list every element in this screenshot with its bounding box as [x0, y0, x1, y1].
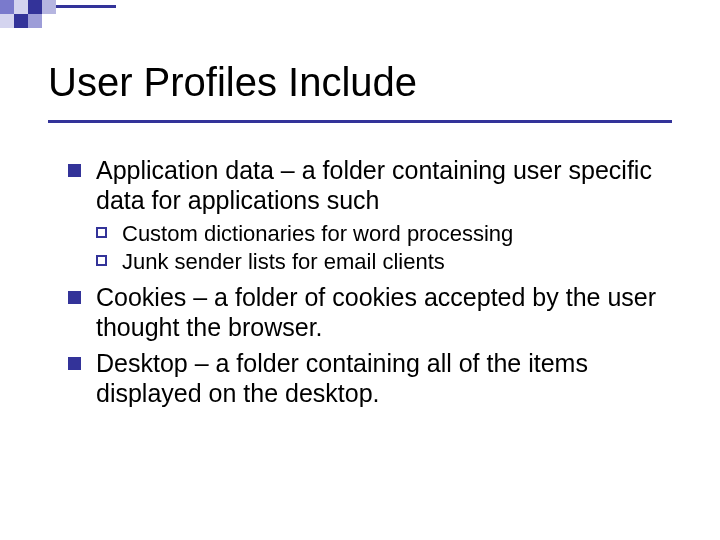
svg-rect-5	[14, 14, 28, 28]
slide: User Profiles Include Application data –…	[0, 0, 720, 540]
subbullet-custom-dictionaries: Custom dictionaries for word processing	[96, 221, 678, 247]
svg-rect-6	[28, 14, 42, 28]
title-underline	[48, 120, 672, 123]
subbullet-junk-sender: Junk sender lists for email clients	[96, 249, 678, 275]
svg-rect-1	[14, 0, 28, 14]
bullet-cookies: Cookies – a folder of cookies accepted b…	[68, 282, 678, 342]
svg-rect-7	[56, 5, 116, 8]
bullet-desktop: Desktop – a folder containing all of the…	[68, 348, 678, 408]
svg-rect-3	[42, 0, 56, 14]
content-area: Application data – a folder containing u…	[68, 155, 678, 414]
svg-rect-0	[0, 0, 14, 14]
slide-title: User Profiles Include	[48, 60, 417, 105]
svg-rect-4	[0, 14, 14, 28]
corner-decoration	[0, 0, 120, 40]
svg-rect-2	[28, 0, 42, 14]
bullet-application-data: Application data – a folder containing u…	[68, 155, 678, 215]
